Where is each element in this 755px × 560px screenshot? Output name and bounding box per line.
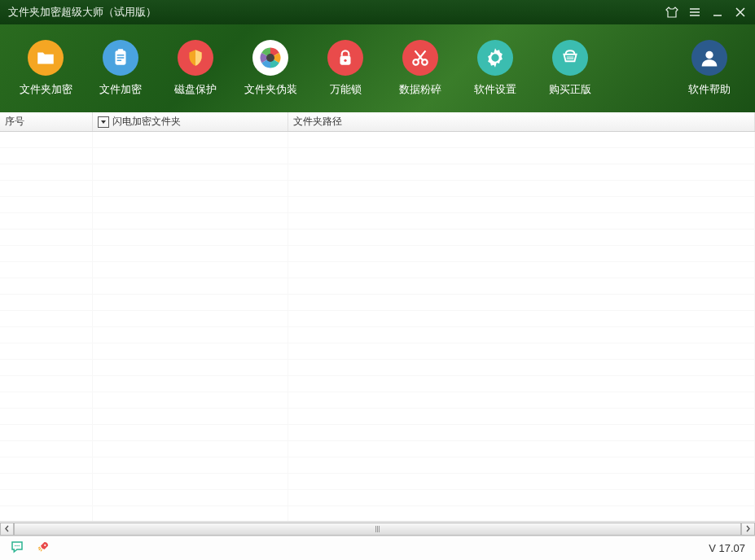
menu-icon[interactable] — [688, 6, 701, 19]
table-row[interactable] — [0, 181, 755, 197]
toolbar-label: 文件加密 — [99, 82, 142, 97]
table-row[interactable] — [0, 311, 755, 327]
titlebar: 文件夹加密超级大师（试用版） — [0, 0, 755, 24]
table-row[interactable] — [0, 327, 755, 343]
window-title: 文件夹加密超级大师（试用版） — [8, 5, 665, 20]
folder-icon — [28, 40, 64, 76]
rocket-icon[interactable] — [36, 540, 50, 557]
table-row[interactable] — [0, 441, 755, 457]
close-button[interactable] — [734, 6, 747, 19]
scroll-right-button[interactable] — [741, 523, 755, 536]
svg-rect-1 — [118, 49, 124, 52]
clipboard-icon — [103, 40, 138, 76]
scissors-icon — [402, 40, 438, 76]
table-row[interactable] — [0, 425, 755, 441]
svg-point-3 — [266, 54, 274, 62]
column-label: 序号 — [5, 115, 24, 129]
svg-point-11 — [16, 545, 18, 547]
table-row[interactable] — [0, 148, 755, 164]
table-row[interactable] — [0, 506, 755, 521]
skin-icon[interactable] — [665, 6, 678, 19]
toolbar-universal-lock[interactable]: 万能锁 — [308, 40, 383, 97]
cart-icon — [552, 40, 588, 76]
svg-point-13 — [44, 545, 46, 546]
table-row[interactable] — [0, 132, 755, 148]
svg-point-10 — [15, 545, 16, 547]
toolbar-buy[interactable]: 购买正版 — [533, 40, 608, 97]
table-row[interactable] — [0, 278, 755, 295]
table-row[interactable] — [0, 343, 755, 360]
toolbar-folder-disguise[interactable]: 文件夹伪装 — [233, 40, 308, 97]
toolbar-help[interactable]: 软件帮助 — [672, 40, 747, 97]
table-row[interactable] — [0, 490, 755, 506]
toolbar: 文件夹加密 文件加密 磁盘保护 文件夹伪装 万能锁 数据粉碎 软件设置 — [0, 24, 755, 112]
toolbar-folder-encrypt[interactable]: 文件夹加密 — [8, 40, 83, 97]
gear-icon — [477, 40, 513, 76]
table-row[interactable] — [0, 197, 755, 213]
table-row[interactable] — [0, 246, 755, 262]
toolbar-disk-protect[interactable]: 磁盘保护 — [158, 40, 233, 97]
toolbar-label: 数据粉碎 — [399, 82, 441, 97]
column-index[interactable]: 序号 — [0, 112, 93, 131]
svg-point-12 — [19, 545, 20, 547]
toolbar-label: 购买正版 — [549, 82, 591, 97]
scroll-left-button[interactable] — [0, 523, 14, 536]
table-row[interactable] — [0, 474, 755, 490]
table-header: 序号 闪电加密文件夹 文件夹路径 — [0, 112, 755, 132]
aperture-icon — [252, 40, 288, 76]
titlebar-controls — [665, 6, 747, 19]
toolbar-label: 文件夹加密 — [20, 82, 72, 97]
column-path[interactable]: 文件夹路径 — [288, 112, 755, 131]
table-row[interactable] — [0, 164, 755, 181]
table-row[interactable] — [0, 262, 755, 278]
chevron-down-icon[interactable] — [98, 116, 109, 128]
column-label: 闪电加密文件夹 — [112, 115, 181, 129]
table-row[interactable] — [0, 230, 755, 246]
toolbar-settings[interactable]: 软件设置 — [458, 40, 533, 97]
minimize-button[interactable] — [711, 6, 724, 19]
table-row[interactable] — [0, 457, 755, 474]
column-label: 文件夹路径 — [293, 115, 342, 129]
table-row[interactable] — [0, 376, 755, 392]
toolbar-label: 软件帮助 — [688, 82, 731, 97]
table-row[interactable] — [0, 392, 755, 409]
scroll-thumb[interactable] — [14, 523, 741, 536]
version-label: V 17.07 — [709, 542, 745, 554]
scroll-track[interactable] — [14, 523, 741, 536]
chat-icon[interactable] — [10, 540, 24, 557]
toolbar-label: 万能锁 — [330, 82, 362, 97]
table-row[interactable] — [0, 213, 755, 230]
toolbar-label: 软件设置 — [474, 82, 516, 97]
table-body[interactable] — [0, 132, 755, 521]
lock-icon — [327, 40, 363, 76]
toolbar-file-encrypt[interactable]: 文件加密 — [83, 40, 158, 97]
user-icon — [691, 40, 727, 76]
toolbar-label: 磁盘保护 — [174, 82, 217, 97]
table-row[interactable] — [0, 360, 755, 376]
svg-point-9 — [705, 51, 713, 59]
svg-point-8 — [493, 55, 498, 61]
table-row[interactable] — [0, 295, 755, 311]
toolbar-label: 文件夹伪装 — [244, 82, 297, 97]
horizontal-scrollbar[interactable] — [0, 521, 755, 536]
svg-point-5 — [344, 59, 346, 62]
toolbar-data-shred[interactable]: 数据粉碎 — [383, 40, 458, 97]
column-folder[interactable]: 闪电加密文件夹 — [93, 112, 288, 131]
statusbar: V 17.07 — [0, 536, 755, 560]
shield-icon — [178, 40, 213, 76]
table-row[interactable] — [0, 409, 755, 425]
